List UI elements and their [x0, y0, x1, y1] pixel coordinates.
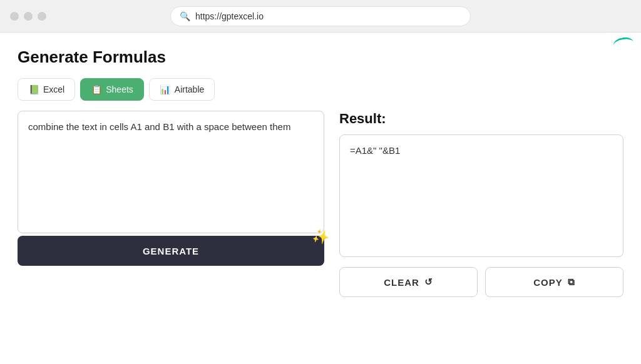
- sheets-icon: 📋: [91, 84, 102, 95]
- excel-icon: 📗: [28, 84, 39, 95]
- result-label: Result:: [339, 111, 623, 127]
- url-text: https://gptexcel.io: [195, 11, 264, 21]
- tab-airtable[interactable]: 📊 Airtable: [149, 78, 215, 101]
- right-column: Result: =A1&" "&B1 CLEAR ↺ COPY ⧉: [339, 111, 623, 297]
- clear-button-label: CLEAR: [384, 277, 419, 288]
- traffic-light-close[interactable]: [10, 12, 19, 21]
- sparkle-icon: ✨: [311, 227, 331, 246]
- title-bar: 🔍 https://gptexcel.io: [0, 0, 641, 33]
- copy-icon: ⧉: [568, 276, 575, 288]
- tab-group: 📗 Excel 📋 Sheets 📊 Airtable: [18, 78, 623, 101]
- address-bar[interactable]: 🔍 https://gptexcel.io: [170, 6, 471, 26]
- tab-sheets-label: Sheets: [106, 84, 133, 94]
- clear-icon: ↺: [424, 276, 433, 288]
- traffic-light-maximize[interactable]: [38, 12, 46, 21]
- columns-layout: combine the text in cells A1 and B1 with…: [18, 111, 623, 297]
- traffic-lights: [10, 12, 46, 21]
- main-content: Generate Formulas 📗 Excel 📋 Sheets 📊 Air…: [0, 33, 641, 312]
- tab-airtable-label: Airtable: [175, 84, 204, 94]
- generate-button-label: GENERATE: [143, 246, 199, 256]
- teal-accent-decoration: [613, 36, 635, 51]
- left-column: combine the text in cells A1 and B1 with…: [18, 111, 324, 266]
- traffic-light-minimize[interactable]: [24, 12, 33, 21]
- search-icon: 🔍: [180, 11, 190, 21]
- tab-excel-label: Excel: [43, 84, 64, 94]
- tab-excel[interactable]: 📗 Excel: [18, 78, 75, 101]
- page-title: Generate Formulas: [18, 48, 623, 67]
- generate-button[interactable]: GENERATE: [18, 236, 324, 266]
- generate-btn-wrapper: GENERATE ✨: [18, 236, 324, 266]
- tab-sheets[interactable]: 📋 Sheets: [80, 78, 144, 101]
- action-buttons: CLEAR ↺ COPY ⧉: [339, 267, 623, 297]
- airtable-icon: 📊: [160, 84, 171, 95]
- result-textarea[interactable]: =A1&" "&B1: [339, 134, 623, 257]
- clear-button[interactable]: CLEAR ↺: [339, 267, 478, 297]
- prompt-textarea[interactable]: combine the text in cells A1 and B1 with…: [18, 111, 324, 233]
- copy-button-label: COPY: [533, 277, 563, 288]
- copy-button[interactable]: COPY ⧉: [485, 267, 623, 297]
